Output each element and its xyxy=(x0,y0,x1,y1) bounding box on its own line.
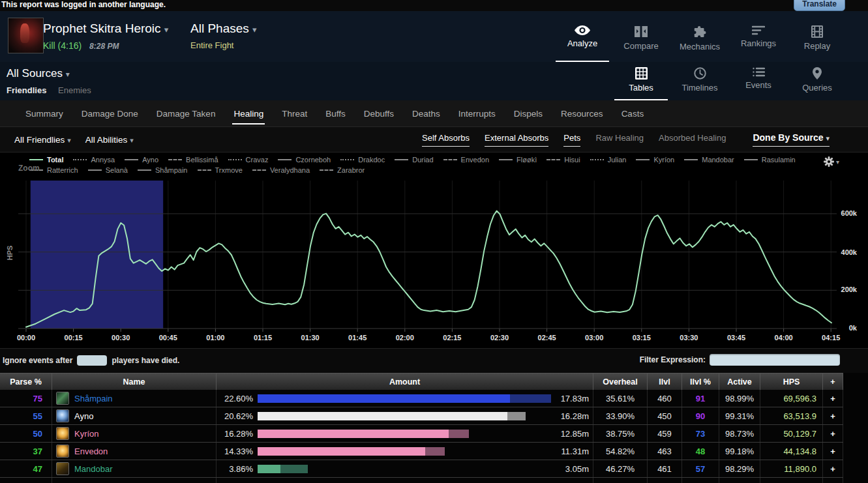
ilvl-percent[interactable]: 73 xyxy=(682,425,719,442)
phase-dropdown[interactable]: All Phases ▾ xyxy=(190,22,257,36)
legend-item-trxmove[interactable]: Trxmove xyxy=(198,166,243,175)
legend-item-kyr-on[interactable]: Kyríon xyxy=(636,155,674,164)
top-nav-rankings[interactable]: Rankings xyxy=(729,11,788,62)
boss-title-dropdown[interactable]: Prophet Skitra Heroic ▾ xyxy=(43,22,168,36)
legend-item-total[interactable]: Total xyxy=(29,155,63,164)
legend-item-selan-[interactable]: Selanà xyxy=(88,166,128,175)
legend-item-mandobar[interactable]: Mandobar xyxy=(684,155,734,164)
amount-bar xyxy=(258,430,469,438)
view-nav-queries[interactable]: Queries xyxy=(788,62,846,100)
legend-item-annysa[interactable]: Annysa xyxy=(73,155,115,164)
legend-item-julian[interactable]: Julian xyxy=(590,155,627,164)
expand-row-button[interactable]: + xyxy=(823,425,843,442)
ilvl-percent[interactable]: 48 xyxy=(682,443,719,460)
expand-row-button[interactable]: + xyxy=(823,460,843,477)
expand-row-button[interactable]: + xyxy=(823,407,843,424)
player-name[interactable]: Envedon xyxy=(74,446,108,456)
legend-item-envedon[interactable]: Envedon xyxy=(443,155,489,164)
legend-item-zarabror[interactable]: Zarabror xyxy=(320,166,365,175)
player-name[interactable]: Shåmpain xyxy=(74,394,113,403)
column-header-overheal[interactable]: Overheal xyxy=(593,373,648,390)
player-name[interactable]: Ayno xyxy=(74,411,93,421)
legend-item-duriad[interactable]: Duriad xyxy=(395,155,433,164)
legend-item-fl-k-[interactable]: Fløøkì xyxy=(499,155,537,164)
legend-item-rasulamin[interactable]: Rasulamin xyxy=(744,155,796,164)
overheal-value: 38.75% xyxy=(593,425,648,442)
tab-dispels[interactable]: Dispels xyxy=(505,100,552,126)
chart-settings[interactable]: ▾ xyxy=(824,156,839,167)
top-nav-replay[interactable]: Replay xyxy=(788,11,846,62)
sources-dropdown[interactable]: All Sources ▾ xyxy=(7,67,70,80)
done-by-source-dropdown[interactable]: Done By Source ▾ xyxy=(753,132,830,147)
tab-damage-taken[interactable]: Damage Taken xyxy=(147,100,225,126)
legend-item-drakdoc[interactable]: Drakdoc xyxy=(340,155,385,164)
legend-item-sh-mpain[interactable]: Shåmpain xyxy=(138,166,188,175)
paladin-spell-icon xyxy=(56,427,69,440)
dropdown-all-abilities[interactable]: All Abilities▾ xyxy=(85,135,134,145)
legend-item-bellissim-[interactable]: Bellissimå xyxy=(168,155,218,164)
deaths-count-input[interactable] xyxy=(77,355,107,366)
toggle-external-absorbs[interactable]: External Absorbs xyxy=(485,133,548,147)
tab-resources[interactable]: Resources xyxy=(552,100,612,126)
parse-percent[interactable]: 47 xyxy=(0,460,52,477)
toggle-self-absorbs[interactable]: Self Absorbs xyxy=(422,133,470,147)
friendlies-toggle[interactable]: Friendlies xyxy=(7,85,46,95)
legend-item-ayno[interactable]: Ayno xyxy=(125,155,158,164)
parse-percent[interactable]: 50 xyxy=(0,425,52,442)
tab-debuffs[interactable]: Debuffs xyxy=(355,100,403,126)
top-nav-compare[interactable]: Compare xyxy=(612,11,670,62)
column-header-ilvl[interactable]: Ilvl xyxy=(648,373,682,390)
enemies-toggle[interactable]: Enemies xyxy=(58,85,91,95)
column-header-parse-[interactable]: Parse % xyxy=(0,373,52,390)
toggle-absorbed-healing[interactable]: Absorbed Healing xyxy=(659,133,726,147)
player-name[interactable]: Mandobar xyxy=(74,464,113,474)
column-header-plus[interactable]: + xyxy=(823,373,843,390)
top-nav-analyze[interactable]: Analyze xyxy=(553,11,612,62)
tab-threat[interactable]: Threat xyxy=(273,100,316,126)
parse-percent[interactable]: 37 xyxy=(0,443,52,460)
translate-button[interactable]: Translate xyxy=(794,0,845,11)
tab-summary[interactable]: Summary xyxy=(16,100,72,126)
view-nav-events[interactable]: Events xyxy=(729,62,788,100)
legend-item-hisui[interactable]: Hisui xyxy=(546,155,580,164)
player-name[interactable]: Kyríon xyxy=(74,429,99,439)
amount-value: 11.31m xyxy=(561,446,589,456)
tab-deaths[interactable]: Deaths xyxy=(403,100,449,126)
legend-item-czorneboh[interactable]: Czorneboh xyxy=(278,155,331,164)
ilvl-percent[interactable]: 90 xyxy=(682,407,719,424)
column-header-ilvl-[interactable]: Ilvl % xyxy=(682,373,719,390)
dropdown-all-friendlies[interactable]: All Friendlies▾ xyxy=(14,135,71,145)
view-nav-timelines[interactable]: Timelines xyxy=(670,62,729,100)
toggle-pets[interactable]: Pets xyxy=(563,133,580,147)
column-header-name[interactable]: Name xyxy=(52,373,217,390)
chart-plot[interactable] xyxy=(0,153,868,349)
tab-buffs[interactable]: Buffs xyxy=(316,100,355,126)
ilvl-percent[interactable]: 57 xyxy=(682,460,719,477)
active-percent: 98.29% xyxy=(719,460,760,477)
top-nav-mechanics[interactable]: Mechanics xyxy=(670,11,729,62)
view-nav-tables[interactable]: Tables xyxy=(612,62,670,100)
filter-expression-input[interactable] xyxy=(710,354,840,366)
tab-damage-done[interactable]: Damage Done xyxy=(72,100,147,126)
column-header-amount[interactable]: Amount xyxy=(217,373,593,390)
toggle-raw-healing[interactable]: Raw Healing xyxy=(595,133,644,147)
legend-item-cravaz[interactable]: Cravaz xyxy=(228,155,269,164)
parse-percent[interactable]: 55 xyxy=(0,407,52,424)
tab-interrupts[interactable]: Interrupts xyxy=(449,100,505,126)
y-tick-0k: 0k xyxy=(837,324,857,332)
column-header-active[interactable]: Active xyxy=(719,373,760,390)
parse-percent[interactable]: 75 xyxy=(0,390,52,407)
column-header-hps[interactable]: HPS xyxy=(760,373,823,390)
ilvl-percent[interactable]: 91 xyxy=(682,390,719,407)
y-tick-600k: 600k xyxy=(837,209,857,217)
legend-item-veralydhana[interactable]: Veralydhana xyxy=(252,166,310,175)
nav-label: Mechanics xyxy=(680,42,720,51)
amount-cell: 20.62%16.28m xyxy=(217,407,593,424)
tab-casts[interactable]: Casts xyxy=(612,100,653,126)
tab-healing[interactable]: Healing xyxy=(224,100,273,126)
x-tick-02-30: 02:30 xyxy=(485,334,515,342)
expand-row-button[interactable]: + xyxy=(823,390,843,407)
expand-row-button[interactable]: + xyxy=(823,443,843,460)
legend-label: Ratterrich xyxy=(47,166,78,174)
boss-portrait[interactable] xyxy=(8,18,44,53)
